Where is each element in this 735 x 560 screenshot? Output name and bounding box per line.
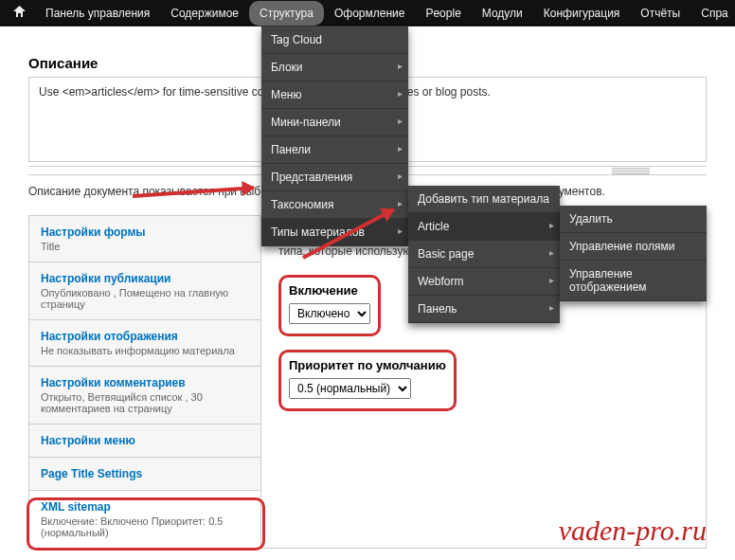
- vtab-label: Page Title Settings: [41, 467, 249, 480]
- highlight-priority: Приоритет по умолчанию 0.5 (нормальный): [278, 350, 457, 411]
- chevron-right-icon: ▸: [398, 88, 403, 99]
- menu-item[interactable]: Панели▸: [261, 136, 408, 164]
- home-icon[interactable]: [4, 0, 35, 26]
- chevron-right-icon: ▸: [398, 116, 403, 126]
- menu-item[interactable]: Меню▸: [261, 81, 408, 109]
- priority-label: Приоритет по умолчанию: [289, 358, 446, 372]
- toolbar-item-0[interactable]: Панель управления: [35, 1, 160, 26]
- vtab-label: Настройки комментариев: [41, 376, 249, 389]
- priority-select[interactable]: 0.5 (нормальный): [289, 378, 411, 399]
- highlight-inclusion: Включение Включено: [278, 275, 381, 336]
- inclusion-select[interactable]: Включено: [289, 303, 370, 324]
- chevron-right-icon: ▸: [398, 198, 403, 208]
- chevron-right-icon: ▸: [398, 61, 403, 71]
- chevron-right-icon: ▸: [549, 275, 554, 285]
- vtab-label: Настройки отображения: [41, 330, 249, 343]
- toolbar-item-8[interactable]: Спра: [690, 1, 735, 26]
- vtab-summary: Включение: Включено Приоритет: 0.5 (норм…: [41, 515, 249, 538]
- menu-item[interactable]: Webform▸: [408, 268, 560, 296]
- vtab-label: Настройки формы: [41, 226, 249, 239]
- menu-item[interactable]: Article▸: [408, 213, 560, 241]
- vtab-3[interactable]: Настройки комментариевОткрыто, Ветвящийс…: [29, 367, 260, 425]
- menu-item[interactable]: Tag Cloud: [261, 27, 408, 54]
- vtab-1[interactable]: Настройки публикацииОпубликовано , Помещ…: [29, 262, 260, 320]
- chevron-right-icon: ▸: [398, 143, 403, 154]
- vtab-label: Настройки меню: [41, 434, 249, 447]
- chevron-right-icon: ▸: [549, 220, 554, 230]
- menu-content-types: Добавить тип материалаArticle▸Basic page…: [408, 186, 560, 323]
- chevron-right-icon: ▸: [398, 171, 403, 181]
- toolbar-item-3[interactable]: Оформление: [324, 1, 415, 26]
- vtab-6[interactable]: XML sitemapВключение: Включено Приоритет…: [29, 491, 260, 548]
- vtab-0[interactable]: Настройки формыTitle: [29, 216, 260, 262]
- vtab-2[interactable]: Настройки отображенияНе показывать инфор…: [29, 320, 260, 367]
- chevron-right-icon: ▸: [549, 247, 554, 258]
- grip-icon: [612, 168, 650, 174]
- vtab-summary: Опубликовано , Помещено на главную стран…: [41, 287, 249, 310]
- vtab-4[interactable]: Настройки меню: [29, 425, 260, 458]
- vtab-summary: Открыто, Ветвящийся список , 30 коммента…: [41, 391, 249, 414]
- vtab-label: Настройки публикации: [41, 272, 249, 285]
- toolbar-item-1[interactable]: Содержимое: [160, 1, 249, 26]
- menu-item[interactable]: Мини-панели▸: [261, 109, 408, 136]
- menu-item[interactable]: Панель▸: [408, 296, 560, 323]
- menu-item[interactable]: Управление отображением: [560, 261, 707, 301]
- menu-article: УдалитьУправление полямиУправление отобр…: [560, 206, 707, 301]
- toolbar-item-4[interactable]: People: [415, 1, 471, 26]
- vtab-summary: Title: [41, 241, 249, 252]
- menu-item[interactable]: Удалить: [560, 206, 707, 233]
- menu-item[interactable]: Basic page▸: [408, 241, 560, 268]
- watermark: vaden-pro.ru: [559, 515, 707, 547]
- toolbar-item-7[interactable]: Отчёты: [630, 1, 690, 26]
- inclusion-label: Включение: [289, 283, 370, 298]
- vtab-5[interactable]: Page Title Settings: [29, 458, 260, 491]
- toolbar-item-2[interactable]: Структура: [249, 1, 324, 26]
- menu-item[interactable]: Представления▸: [261, 164, 408, 191]
- vtab-label: XML sitemap: [41, 500, 249, 514]
- chevron-right-icon: ▸: [398, 226, 403, 236]
- toolbar-item-6[interactable]: Конфигурация: [533, 1, 631, 26]
- menu-item[interactable]: Блоки▸: [261, 54, 408, 81]
- admin-toolbar: Панель управленияСодержимоеСтруктураОфор…: [0, 0, 735, 27]
- vtab-summary: Не показывать информацию материала: [41, 345, 249, 356]
- toolbar-item-5[interactable]: Модули: [472, 1, 533, 26]
- menu-item[interactable]: Управление полями: [560, 233, 707, 261]
- chevron-right-icon: ▸: [549, 302, 554, 313]
- menu-item[interactable]: Добавить тип материала: [408, 186, 560, 213]
